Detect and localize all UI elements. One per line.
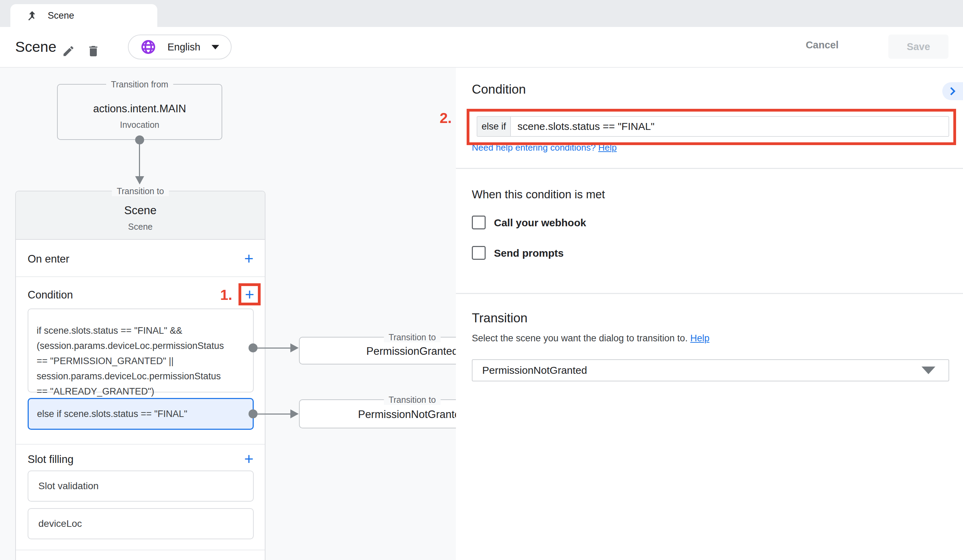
transition-target-permission-granted[interactable]: Transition to PermissionGranted — [299, 337, 456, 364]
transition-description: Select the scene you want the dialog to … — [472, 333, 709, 344]
slot-filling-label: Slot filling — [28, 453, 74, 466]
transition-scene-select[interactable]: PermissionNotGranted — [472, 359, 949, 381]
annotation-box-1 — [238, 283, 261, 305]
connector-dot — [248, 409, 258, 418]
dropdown-caret-icon — [921, 367, 935, 374]
scene-card-subtitle: Scene — [16, 222, 265, 232]
annotation-step-2: 2. — [440, 110, 452, 126]
condition-heading: Condition — [472, 82, 526, 97]
transition-from-node[interactable]: Transition from actions.intent.MAIN Invo… — [57, 84, 222, 140]
target-title: PermissionGranted — [300, 345, 456, 358]
transition-scene-value: PermissionNotGranted — [482, 364, 921, 376]
annotation-box-2 — [467, 109, 956, 145]
condition-editor-panel: Condition else if scene.slots.status == … — [456, 68, 963, 560]
slot-validation-box[interactable]: Slot validation — [28, 471, 254, 502]
transition-help-link[interactable]: Help — [690, 333, 710, 343]
language-selector[interactable]: English — [128, 34, 232, 60]
when-met-heading: When this condition is met — [472, 188, 605, 201]
target-legend: Transition to — [384, 395, 441, 405]
add-on-enter-button[interactable]: + — [238, 248, 259, 269]
delete-icon[interactable] — [86, 44, 101, 59]
target-legend: Transition to — [384, 332, 441, 342]
row-divider — [16, 550, 265, 550]
merge-icon — [26, 9, 39, 22]
connector-line — [139, 144, 140, 178]
connector-line — [257, 414, 291, 414]
if-condition-box[interactable]: if scene.slots.status == "FINAL" && (ses… — [28, 309, 254, 392]
target-title: PermissionNotGranted — [300, 408, 456, 421]
page-title: Scene — [15, 39, 56, 55]
add-slot-button[interactable]: + — [238, 448, 259, 469]
on-enter-label: On enter — [28, 253, 70, 265]
caret-down-icon — [212, 45, 219, 49]
row-divider — [16, 277, 265, 277]
arrowhead-down-icon — [135, 176, 144, 185]
collapse-panel-button[interactable] — [942, 82, 963, 100]
panel-divider — [456, 293, 963, 294]
tab-scene[interactable]: Scene — [10, 4, 157, 27]
connector-dot — [135, 136, 144, 144]
scene-graph-canvas: Transition from actions.intent.MAIN Invo… — [0, 68, 456, 560]
row-divider — [16, 444, 265, 445]
scene-card-header[interactable]: Scene Scene — [16, 191, 265, 240]
panel-divider — [456, 168, 963, 169]
condition-section-label: Condition — [28, 289, 73, 301]
transition-heading: Transition — [472, 311, 527, 325]
save-button[interactable]: Save — [888, 34, 948, 59]
device-slot-box[interactable]: deviceLoc — [28, 508, 254, 539]
tab-label: Scene — [48, 10, 74, 21]
transition-target-permission-not-granted[interactable]: Transition to PermissionNotGranted — [299, 399, 456, 428]
prompts-label: Send prompts — [494, 248, 564, 259]
edit-icon[interactable] — [61, 44, 76, 59]
scene-card-legend: Transition to — [112, 186, 169, 196]
cancel-button[interactable]: Cancel — [806, 39, 838, 51]
arrowhead-right-icon — [290, 409, 299, 418]
header: Scene English Cancel Save — [0, 27, 963, 68]
language-label: English — [165, 42, 203, 53]
else-if-condition-box[interactable]: else if scene.slots.status == "FINAL" — [28, 398, 254, 430]
transition-from-legend: Transition from — [106, 79, 173, 89]
intent-name: actions.intent.MAIN — [58, 103, 222, 115]
scene-card-title: Scene — [16, 204, 265, 217]
connector-line — [257, 348, 291, 349]
webhook-checkbox[interactable] — [472, 215, 486, 230]
scene-card: Transition to Scene Scene On enter + Con… — [15, 191, 266, 560]
connector-dot — [248, 343, 258, 352]
arrowhead-right-icon — [290, 343, 299, 352]
transition-desc-text: Select the scene you want the dialog to … — [472, 333, 690, 343]
annotation-step-1: 1. — [208, 287, 232, 303]
tab-strip: Scene — [0, 0, 963, 27]
globe-icon — [140, 39, 156, 55]
prompts-checkbox[interactable] — [472, 246, 486, 260]
webhook-label: Call your webhook — [494, 217, 586, 229]
intent-type: Invocation — [58, 120, 222, 130]
